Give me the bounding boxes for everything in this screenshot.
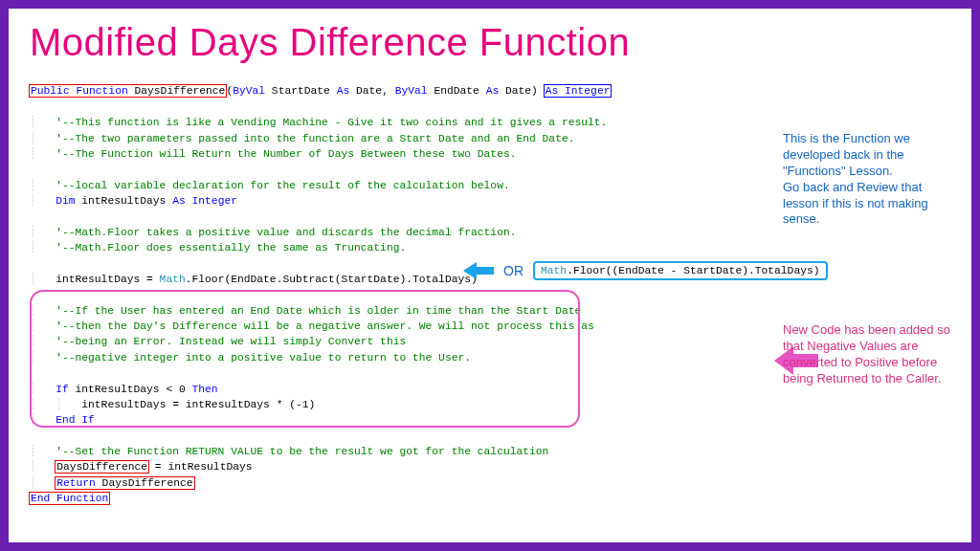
- or-label: OR: [503, 263, 523, 278]
- annotation-top: This is the Function we developed back i…: [783, 131, 950, 228]
- var-name: intResultDays: [75, 195, 172, 207]
- kw-as: As: [172, 195, 186, 207]
- annotation-top-text: This is the Function we developed back i…: [783, 131, 928, 226]
- code-comment: '--The Function will Return the Number o…: [56, 148, 516, 160]
- code-comment: '--If the User has entered an End Date w…: [56, 305, 581, 317]
- kw-dim: Dim: [56, 195, 75, 207]
- param-enddate: EndDate: [428, 85, 486, 97]
- kw-return: Return: [56, 477, 96, 489]
- kw-then: Then: [192, 384, 218, 395]
- annotation-new-code-text: New Code has been added so that Negative…: [783, 322, 950, 386]
- alternative-row: OR Math.Floor((EndDate - StartDate).Tota…: [463, 261, 828, 280]
- code-comment: '--being an Error. Instead we will simpl…: [56, 336, 406, 347]
- kw-public-function: Public Function: [31, 85, 128, 97]
- calc-line: intResultDays = Math.Floor(EndDate.Subtr…: [56, 274, 478, 285]
- code-comment: '--negative integer into a positive valu…: [56, 352, 471, 364]
- arrow-left-icon: [463, 263, 494, 278]
- kw-byval: ByVal: [233, 85, 265, 97]
- kw-if: If: [56, 384, 69, 395]
- slide-page: Modified Days Difference Function Public…: [9, 9, 971, 542]
- type-date: Date: [499, 85, 531, 97]
- annotation-new-code: New Code has been added so that Negative…: [783, 322, 950, 387]
- code-comment: '--then the Day's Difference will be a n…: [56, 320, 594, 332]
- code-comment: '--local variable declaration for the re…: [56, 180, 510, 191]
- return-type: As Integer: [546, 85, 611, 97]
- param-startdate: StartDate: [265, 85, 337, 97]
- assign-rest: = intResultDays: [148, 461, 252, 473]
- kw-byval: ByVal: [395, 85, 428, 97]
- comma: ,: [382, 85, 395, 97]
- assign-target: DaysDifference: [56, 461, 147, 473]
- kw-end-function: End Function: [31, 493, 108, 504]
- code-comment: '--This function is like a Vending Machi…: [56, 117, 607, 128]
- kw-endif: End If: [56, 414, 95, 426]
- page-title: Modified Days Difference Function: [30, 22, 950, 62]
- kw-as: As: [337, 85, 350, 97]
- kw-as: As: [486, 85, 500, 97]
- if-condition: intResultDays < 0: [69, 384, 192, 395]
- if-body: intResultDays = intResultDays * (-1): [81, 399, 315, 410]
- type-date: Date: [349, 85, 382, 97]
- fn-name: DaysDifference: [128, 85, 226, 97]
- type-integer: Integer: [186, 195, 237, 207]
- return-target: DaysDifference: [96, 477, 193, 489]
- code-comment: '--The two parameters passed into the fu…: [56, 133, 574, 144]
- alt-code-box: Math.Floor((EndDate - StartDate).TotalDa…: [533, 261, 828, 280]
- code-comment: '--Math.Floor takes a positive value and…: [56, 227, 516, 238]
- code-comment: '--Math.Floor does essentially the same …: [56, 242, 406, 253]
- code-comment: '--Set the Function RETURN VALUE to be t…: [56, 446, 548, 457]
